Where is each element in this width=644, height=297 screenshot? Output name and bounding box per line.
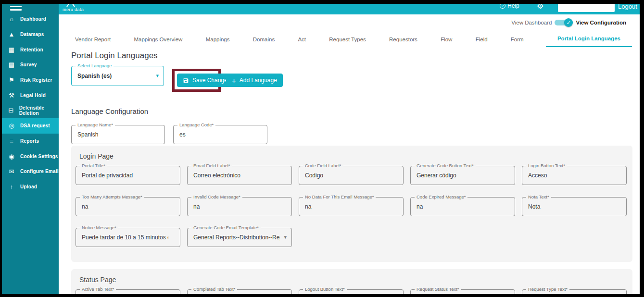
chevron-down-icon: ▾ [284, 234, 287, 240]
view-mode-toggle[interactable]: ✓ [555, 20, 569, 25]
cookie-icon: ◉ [8, 153, 15, 160]
tab-mappings[interactable]: Mappings [205, 34, 231, 47]
page-title: Portal Login Languages [71, 51, 158, 61]
status-page-heading: Status Page [79, 276, 116, 284]
sidebar-item-reports[interactable]: ≡Reports [2, 134, 59, 149]
generate-code-email-template-dropdown[interactable]: Generate Code Email Template*General Rep… [187, 228, 292, 247]
sidebar-nav: ⌂Dashboard ▲Datamaps ▦Retention ▤Survey … [2, 4, 59, 294]
chevron-down-icon: ▾ [156, 73, 159, 79]
request-status-text-input[interactable]: Request Status Text* [410, 289, 515, 294]
save-floppy-icon [183, 77, 189, 84]
language-name-input[interactable]: Language Name* Spanish [71, 125, 165, 144]
tab-mappings-overview[interactable]: Mappings Overview [133, 34, 183, 47]
sidebar-item-retention[interactable]: ▦Retention [2, 42, 59, 57]
sidebar-item-datamaps[interactable]: ▲Datamaps [2, 27, 59, 42]
survey-document-icon: ▤ [8, 62, 15, 68]
sidebar-item-risk-register[interactable]: ⚑Risk Register [2, 73, 59, 88]
sidebar-item-dashboard[interactable]: ⌂Dashboard [2, 12, 59, 27]
main-content: View Dashboard ✓ View Configuration Vend… [59, 14, 640, 294]
help-label: Help [507, 4, 519, 9]
nota-text-input[interactable]: Nota Text*Nota [522, 197, 627, 216]
settings-gear-icon[interactable]: ⚙ [537, 4, 543, 11]
active-tab-text-input[interactable]: Active Tab Text* [76, 289, 180, 294]
sidebar-item-survey[interactable]: ▤Survey [2, 57, 59, 73]
sidebar-item-cookie-settings[interactable]: ◉Cookie Settings [2, 148, 59, 164]
completed-tab-text-input[interactable]: Completed Tab Text* [187, 289, 292, 294]
tab-form[interactable]: Form [510, 34, 525, 47]
too-many-attempts-message-input[interactable]: Too Many Attempts Message*na [76, 197, 180, 216]
config-tab-bar: Vendor Report Mappings Overview Mappings… [74, 33, 632, 47]
upload-icon: ↑ [8, 184, 15, 190]
tab-request-types[interactable]: Request Types [328, 34, 367, 47]
login-page-heading: Login Page [79, 152, 114, 160]
logout-button-text-input[interactable]: Logout Button Text* [299, 289, 404, 294]
view-dashboard-label: View Dashboard [511, 20, 552, 25]
check-icon: ✓ [564, 18, 573, 27]
email-field-label-input[interactable]: Email Field Label*Correo electrónico [187, 166, 292, 185]
language-code-input[interactable]: Language Code* es [173, 125, 267, 144]
portal-title-input[interactable]: Portal Title*Portal de privacidad [76, 166, 180, 185]
plus-icon: + [232, 76, 236, 85]
add-language-button[interactable]: + Add Language [226, 74, 283, 87]
logout-button[interactable]: Logout [618, 4, 637, 10]
gavel-icon: ⚒ [8, 92, 15, 99]
datamap-icon: ▲ [8, 31, 15, 37]
sidebar-item-configure-email[interactable]: ✉Configure Email [2, 164, 59, 179]
select-language-label: Select Language [76, 63, 114, 68]
meru-data-logo-icon [65, 4, 76, 7]
generate-code-button-text-input[interactable]: Generate Code Button Text*Generar código [410, 166, 515, 185]
help-icon: ? [500, 4, 505, 9]
reports-icon: ≡ [8, 138, 15, 144]
tab-portal-login-languages[interactable]: Portal Login Languages [546, 33, 632, 47]
life-ring-icon: ◎ [8, 123, 15, 129]
save-changes-label: Save Changes [192, 77, 230, 84]
no-data-for-email-message-input[interactable]: No Data For This Email Message*na [299, 197, 404, 216]
tab-requestors[interactable]: Requestors [388, 34, 418, 47]
code-field-label-input[interactable]: Code Field Label*Codigo [299, 166, 404, 185]
sidebar-item-dsa-request[interactable]: ◎DSA request [2, 118, 59, 134]
notice-message-input[interactable]: Notice Message*Puede tardar de 10 a 15 m… [76, 228, 180, 247]
tab-flow[interactable]: Flow [440, 34, 453, 47]
tab-act[interactable]: Act [297, 34, 307, 47]
retention-icon: ▦ [8, 47, 15, 53]
archive-icon: ⊟ [8, 107, 14, 113]
code-expired-message-input[interactable]: Code Expired Message*na [410, 197, 515, 216]
select-language-dropdown[interactable]: Select Language Spanish (es) ▾ [71, 66, 164, 86]
sidebar-item-defensible-deletion[interactable]: ⊟Defensible Deletion [2, 103, 59, 118]
tab-field[interactable]: Field [475, 34, 489, 47]
tab-domains[interactable]: Domains [252, 34, 276, 47]
login-page-section: Login Page Portal Title*Portal de privac… [71, 146, 632, 262]
login-button-text-input[interactable]: Login Button Text*Acceso [522, 166, 627, 185]
select-language-value: Spanish (es) [77, 73, 152, 79]
sidebar-item-legal-hold[interactable]: ⚒Legal Hold [2, 87, 59, 103]
app-window: meru data ? Help ⚙ Logout ⌂Dashboard ▲Da… [2, 4, 640, 294]
invalid-code-message-input[interactable]: Invalid Code Message*na [187, 197, 292, 216]
envelope-icon: ✉ [8, 168, 15, 174]
help-button[interactable]: ? Help [500, 4, 519, 9]
view-configuration-label: View Configuration [576, 20, 626, 25]
flag-icon: ⚑ [8, 77, 15, 83]
logo-text: meru data [63, 7, 84, 12]
sidebar-item-upload[interactable]: ↑Upload [2, 179, 59, 195]
status-page-section: Status Page Active Tab Text* Completed T… [71, 269, 632, 294]
user-email-redacted-box [558, 4, 615, 12]
request-type-text-input[interactable]: Request Type Text* [522, 289, 627, 294]
add-language-label: Add Language [240, 77, 277, 84]
tab-vendor-report[interactable]: Vendor Report [74, 34, 112, 47]
view-mode-toggle-row: View Dashboard ✓ View Configuration [511, 20, 626, 25]
language-configuration-heading: Language Configuration [71, 107, 148, 115]
top-header-bar: meru data ? Help ⚙ Logout [2, 4, 640, 14]
home-icon: ⌂ [8, 16, 15, 22]
